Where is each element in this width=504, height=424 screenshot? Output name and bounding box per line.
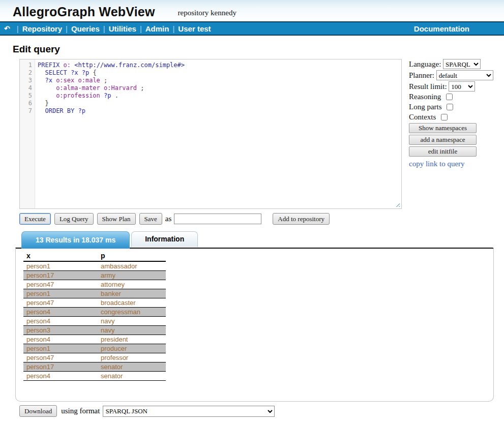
cell-p[interactable]: producer xyxy=(98,344,166,353)
reasoning-checkbox[interactable] xyxy=(446,94,453,100)
cell-x[interactable]: person47 xyxy=(23,353,98,362)
line-number: 7 xyxy=(20,107,32,115)
cell-p[interactable]: senator xyxy=(98,362,166,372)
cell-p[interactable]: navy xyxy=(98,317,166,326)
nav-item-utilities[interactable]: Utilities xyxy=(109,24,136,33)
cell-x[interactable]: person4 xyxy=(23,372,98,381)
cell-x[interactable]: person17 xyxy=(23,362,98,372)
add-to-repository-button[interactable]: Add to repository xyxy=(273,213,330,225)
cell-x[interactable]: person1 xyxy=(23,344,98,353)
show-namespaces-button[interactable]: Show namespaces xyxy=(409,123,477,133)
code-line-4: o:alma-mater o:Harvard ; xyxy=(38,84,401,92)
code-line-7: ORDER BY ?p xyxy=(38,107,401,115)
cell-x[interactable]: person4 xyxy=(23,317,98,326)
cell-x[interactable]: person47 xyxy=(23,280,98,289)
log-query-button[interactable]: Log Query xyxy=(54,213,94,225)
cell-x[interactable]: person3 xyxy=(23,326,98,335)
nav-item-admin[interactable]: Admin xyxy=(145,24,169,33)
code-line-1: PREFIX o: <http://www.franz.com/simple#> xyxy=(38,62,401,69)
contexts-checkbox[interactable] xyxy=(441,114,448,120)
nav-separator: | xyxy=(103,24,105,33)
nav-item-documentation[interactable]: Documentation xyxy=(414,24,469,33)
copy-link-to-query[interactable]: copy link to query xyxy=(409,160,498,168)
planner-select[interactable]: default xyxy=(436,70,493,80)
nav-separator: | xyxy=(66,24,68,33)
back-arrow-icon[interactable]: ↶ xyxy=(4,24,10,33)
cell-p[interactable]: professor xyxy=(98,353,166,362)
query-toolbar: Execute Log Query Show Plan Save as Add … xyxy=(19,213,504,225)
query-options-sidebar: Language: SPARQL Planner: default Result… xyxy=(409,59,498,209)
cell-x[interactable]: person1 xyxy=(23,261,98,271)
code-line-6: } xyxy=(38,100,401,107)
editor-code-area[interactable]: PREFIX o: <http://www.franz.com/simple#>… xyxy=(35,59,401,208)
cell-p[interactable]: congressman xyxy=(98,308,166,317)
result-limit-row: Result limit: 100 xyxy=(409,81,498,92)
cell-x[interactable]: person47 xyxy=(23,298,98,308)
code-line-2: SELECT ?x ?p { xyxy=(38,69,401,77)
cell-x[interactable]: person1 xyxy=(23,289,98,298)
tab-information[interactable]: Information xyxy=(131,231,198,247)
format-select[interactable]: SPARQL JSON xyxy=(103,406,275,417)
edit-initfile-button[interactable]: edit initfile xyxy=(409,146,477,157)
nav-items: |Repository|Queries|Utilities|Admin|User… xyxy=(13,24,211,33)
cell-p[interactable]: banker xyxy=(98,289,166,298)
using-format-label: using format xyxy=(61,407,100,415)
long-parts-checkbox[interactable] xyxy=(447,104,453,110)
line-number: 5 xyxy=(20,92,32,100)
results-panel: x p person1ambassadorperson17armyperson4… xyxy=(15,248,494,402)
cell-p[interactable]: navy xyxy=(98,326,166,335)
language-select[interactable]: SPARQL xyxy=(443,59,481,69)
nav-separator: | xyxy=(140,24,142,33)
app-logo: AllegroGraph WebView xyxy=(13,5,155,19)
result-limit-select[interactable]: 100 xyxy=(449,81,475,92)
table-row: person3navy xyxy=(23,326,166,335)
contexts-label: Contexts xyxy=(409,113,436,121)
sparql-query-editor[interactable]: 1234567 PREFIX o: <http://www.franz.com/… xyxy=(19,59,402,209)
save-button[interactable]: Save xyxy=(139,213,162,225)
code-line-3: ?x o:sex o:male ; xyxy=(38,77,401,84)
reasoning-label: Reasoning xyxy=(409,93,441,101)
cell-p[interactable]: broadcaster xyxy=(98,298,166,308)
page-title: Edit query xyxy=(13,44,504,55)
language-label: Language: xyxy=(409,60,441,68)
table-row: person4congressman xyxy=(23,308,166,317)
table-row: person47professor xyxy=(23,353,166,362)
cell-p[interactable]: president xyxy=(98,335,166,344)
nav-item-repository[interactable]: Repository xyxy=(22,24,62,33)
download-bar: Download using format SPARQL JSON xyxy=(19,405,504,417)
table-row: person4senator xyxy=(23,372,166,381)
table-row: person17senator xyxy=(23,362,166,372)
cell-p[interactable]: senator xyxy=(98,372,166,381)
table-row: person4navy xyxy=(23,317,166,326)
show-plan-button[interactable]: Show Plan xyxy=(97,213,136,225)
tab-results[interactable]: 13 Results in 18.037 ms xyxy=(21,231,130,249)
table-row: person47attorney xyxy=(23,280,166,289)
line-number: 3 xyxy=(20,77,32,84)
code-line-5: o:profession ?p . xyxy=(38,92,401,100)
download-button[interactable]: Download xyxy=(19,405,57,417)
result-limit-label: Result limit: xyxy=(409,82,447,90)
results-tabs: 13 Results in 18.037 ms Information xyxy=(21,231,504,248)
cell-x[interactable]: person4 xyxy=(23,308,98,317)
table-row: person1ambassador xyxy=(23,261,166,271)
cell-p[interactable]: ambassador xyxy=(98,261,166,271)
table-row: person47broadcaster xyxy=(23,298,166,308)
cell-x[interactable]: person17 xyxy=(23,271,98,280)
planner-label: Planner: xyxy=(409,71,434,79)
line-number: 1 xyxy=(20,62,32,69)
cell-x[interactable]: person4 xyxy=(23,335,98,344)
cell-p[interactable]: army xyxy=(98,271,166,280)
nav-item-queries[interactable]: Queries xyxy=(71,24,100,33)
line-number: 2 xyxy=(20,69,32,77)
nav-item-user-test[interactable]: User test xyxy=(178,24,211,33)
line-number: 4 xyxy=(20,84,32,92)
save-name-input[interactable] xyxy=(174,214,261,224)
long-parts-row: Long parts xyxy=(409,103,498,111)
column-header-x: x xyxy=(23,252,98,261)
table-row: person4president xyxy=(23,335,166,344)
repository-label: repository kennedy xyxy=(178,9,236,17)
table-row: person1banker xyxy=(23,289,166,298)
cell-p[interactable]: attorney xyxy=(98,280,166,289)
add-namespace-button[interactable]: add a namespace xyxy=(409,135,477,145)
execute-button[interactable]: Execute xyxy=(19,213,51,225)
